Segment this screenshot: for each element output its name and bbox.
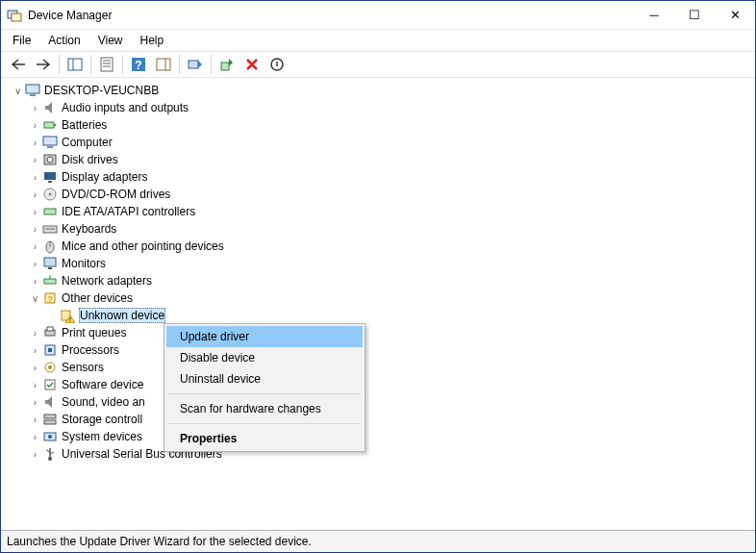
device-tree[interactable]: ∨ DESKTOP-VEUCNBB ›Audio inputs and outp… bbox=[1, 78, 755, 531]
ctx-properties[interactable]: Properties bbox=[166, 428, 363, 449]
expander-closed-icon[interactable]: › bbox=[28, 328, 42, 339]
svg-rect-27 bbox=[44, 209, 56, 214]
tree-category[interactable]: ›Processors bbox=[22, 341, 755, 359]
disable-toolbar-button[interactable] bbox=[265, 53, 289, 76]
expander-closed-icon[interactable]: › bbox=[28, 138, 42, 148]
ctx-disable-device[interactable]: Disable device bbox=[166, 347, 363, 368]
maximize-button[interactable]: ☐ bbox=[674, 2, 715, 29]
arrow-left-icon bbox=[11, 59, 26, 70]
tree-category[interactable]: ›Storage controll bbox=[22, 411, 755, 428]
close-button[interactable]: ✕ bbox=[715, 2, 755, 29]
tree-item-unknown-device[interactable]: ! Unknown device bbox=[39, 307, 755, 324]
expander-closed-icon[interactable]: › bbox=[28, 224, 42, 235]
warning-device-icon: ! bbox=[60, 308, 75, 323]
expander-closed-icon[interactable]: › bbox=[28, 172, 42, 183]
tree-category[interactable]: ›Keyboards bbox=[22, 220, 755, 238]
toolbar: ? bbox=[1, 51, 755, 78]
expander-open-icon[interactable]: ∨ bbox=[11, 86, 25, 96]
svg-rect-17 bbox=[44, 122, 54, 128]
expander-closed-icon[interactable]: › bbox=[28, 207, 42, 217]
computer-icon bbox=[42, 135, 58, 150]
scan-icon bbox=[188, 57, 203, 72]
category-label: Mice and other pointing devices bbox=[62, 239, 224, 253]
expander-open-icon[interactable]: ∨ bbox=[28, 293, 42, 304]
tree-category[interactable]: ›Print queues bbox=[22, 324, 755, 341]
back-button[interactable] bbox=[7, 53, 30, 76]
show-hide-tree-button[interactable] bbox=[63, 53, 87, 76]
svg-rect-13 bbox=[221, 63, 229, 70]
tree-category[interactable]: ›Computer bbox=[22, 134, 755, 151]
update-driver-toolbar-button[interactable] bbox=[215, 53, 239, 76]
tree-category[interactable]: ›Display adapters bbox=[22, 168, 755, 186]
keyboard-icon bbox=[42, 221, 58, 237]
toolbar-separator bbox=[59, 55, 60, 74]
category-label: IDE ATA/ATAPI controllers bbox=[62, 205, 195, 218]
expander-closed-icon[interactable]: › bbox=[28, 259, 42, 269]
svg-rect-15 bbox=[26, 85, 39, 93]
tree-category-other-devices[interactable]: ∨ ? Other devices bbox=[22, 289, 755, 307]
expander-closed-icon[interactable]: › bbox=[28, 380, 42, 390]
tree-category[interactable]: ›Sensors bbox=[22, 359, 755, 376]
svg-text:!: ! bbox=[69, 316, 71, 323]
tree-category[interactable]: ›Mice and other pointing devices bbox=[22, 238, 755, 255]
expander-closed-icon[interactable]: › bbox=[28, 363, 42, 373]
expander-closed-icon[interactable]: › bbox=[28, 397, 42, 408]
expander-closed-icon[interactable]: › bbox=[28, 449, 42, 460]
uninstall-toolbar-button[interactable] bbox=[240, 53, 264, 76]
tree-category[interactable]: ›Software device bbox=[22, 376, 755, 393]
actions-button[interactable] bbox=[152, 53, 175, 76]
svg-rect-19 bbox=[43, 137, 57, 145]
tree-category[interactable]: ›Sound, video an bbox=[22, 393, 755, 411]
properties-button[interactable] bbox=[95, 53, 118, 76]
help-button[interactable]: ? bbox=[127, 53, 150, 76]
unknown-device-label: Unknown device bbox=[79, 308, 165, 323]
menu-view[interactable]: View bbox=[90, 32, 131, 49]
expander-closed-icon[interactable]: › bbox=[28, 276, 42, 287]
root-label: DESKTOP-VEUCNBB bbox=[44, 84, 159, 97]
ctx-update-driver[interactable]: Update driver bbox=[166, 326, 363, 347]
expander-closed-icon[interactable]: › bbox=[28, 432, 42, 442]
tree-category[interactable]: ›Universal Serial Bus controllers bbox=[22, 445, 755, 463]
mouse-icon bbox=[42, 239, 58, 254]
other-devices-icon: ? bbox=[42, 290, 58, 306]
tree-category[interactable]: ›DVD/CD-ROM drives bbox=[22, 186, 755, 203]
forward-button[interactable] bbox=[32, 53, 55, 76]
scan-hardware-button[interactable] bbox=[184, 53, 207, 76]
tree-category[interactable]: ›IDE ATA/ATAPI controllers bbox=[22, 203, 755, 220]
svg-rect-23 bbox=[44, 172, 56, 180]
expander-closed-icon[interactable]: › bbox=[28, 345, 42, 356]
display-icon bbox=[42, 169, 58, 185]
expander-closed-icon[interactable]: › bbox=[28, 241, 42, 252]
context-separator bbox=[168, 393, 361, 394]
tree-category[interactable]: ›Monitors bbox=[22, 255, 755, 272]
battery-icon bbox=[42, 117, 58, 133]
expander-closed-icon[interactable]: › bbox=[28, 155, 42, 165]
ctx-uninstall-device[interactable]: Uninstall device bbox=[166, 368, 363, 390]
minimize-button[interactable]: ─ bbox=[634, 2, 674, 29]
toolbar-separator bbox=[122, 55, 123, 74]
menu-action[interactable]: Action bbox=[40, 32, 88, 49]
expander-closed-icon[interactable]: › bbox=[28, 189, 42, 200]
svg-point-22 bbox=[47, 157, 53, 163]
category-label: Processors bbox=[62, 343, 119, 357]
expander-closed-icon[interactable]: › bbox=[28, 120, 42, 131]
titlebar: Device Manager ─ ☐ ✕ bbox=[1, 1, 755, 30]
network-icon bbox=[42, 273, 58, 289]
menu-file[interactable]: File bbox=[5, 32, 38, 49]
svg-rect-2 bbox=[68, 59, 82, 70]
tree-category[interactable]: ›Network adapters bbox=[22, 272, 755, 289]
menu-help[interactable]: Help bbox=[133, 32, 172, 49]
ctx-scan-hardware[interactable]: Scan for hardware changes bbox=[166, 398, 363, 419]
device-manager-icon bbox=[7, 8, 22, 23]
tree-category[interactable]: ›Disk drives bbox=[22, 151, 755, 168]
expander-closed-icon[interactable]: › bbox=[28, 415, 42, 425]
storage-icon bbox=[42, 412, 58, 427]
svg-point-51 bbox=[48, 435, 52, 439]
category-label: Sensors bbox=[62, 361, 104, 374]
tree-category[interactable]: ›System devices bbox=[22, 428, 755, 445]
expander-closed-icon[interactable]: › bbox=[28, 103, 42, 113]
tree-category[interactable]: ›Audio inputs and outputs bbox=[22, 99, 755, 116]
tree-root[interactable]: ∨ DESKTOP-VEUCNBB bbox=[5, 82, 755, 99]
category-label: Other devices bbox=[62, 291, 133, 305]
tree-category[interactable]: ›Batteries bbox=[22, 116, 755, 134]
